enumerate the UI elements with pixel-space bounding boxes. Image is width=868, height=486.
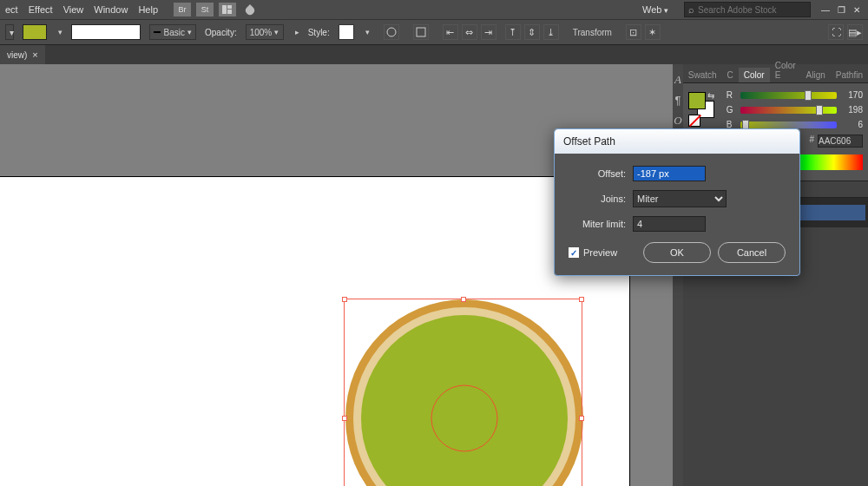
expand-icon[interactable]: ⛶ [828,24,844,40]
r-slider[interactable] [740,92,837,99]
menu-item[interactable]: Help [138,4,158,15]
tab-align[interactable]: Align [801,68,831,82]
window-minimize-icon[interactable]: — [819,3,832,16]
recolor-icon[interactable] [384,24,399,40]
document-tab-label: view) [7,50,27,60]
character-panel-icon[interactable]: A [674,73,681,87]
stroke-preview[interactable] [71,24,141,40]
g-label: G [727,105,735,115]
transform-label[interactable]: Transform [568,24,617,40]
b-slider[interactable] [740,122,837,128]
joins-label: Joins: [569,194,626,204]
svg-rect-5 [417,28,425,36]
fill-swatch[interactable] [23,24,47,40]
chevron-right-icon: ▸ [295,28,299,36]
offset-path-dialog: Offset Path Offset: Joins: Miter Miter l… [554,128,800,276]
panel-toggle-icon[interactable]: ▤▸ [847,24,863,40]
align-top-icon[interactable]: ⤒ [505,24,521,40]
fill-stroke-indicator[interactable]: ⇆ [688,92,714,118]
menu-item[interactable]: Effect [29,4,53,15]
cancel-button[interactable]: Cancel [718,242,786,263]
stock-search-input[interactable] [698,5,800,15]
crop-icon[interactable]: ✶ [645,24,661,40]
arrange-documents-icon[interactable] [219,3,236,16]
tab-color[interactable]: Color [739,68,770,82]
panel-tabs: Swatch C Color Color E Align Pathfin [683,64,868,83]
offset-field[interactable] [633,166,706,181]
graphic-style[interactable] [339,24,354,40]
stock-search[interactable]: ⌕ [684,2,811,17]
stroke-profile[interactable]: Basic▾ [149,24,196,40]
document-tab[interactable]: view) × [0,45,45,64]
b-value[interactable]: 6 [842,120,863,129]
r-label: R [727,90,735,100]
dialog-title[interactable]: Offset Path [555,129,799,154]
preview-checkbox[interactable]: ✓ Preview [569,247,617,258]
stock-icon[interactable]: St [196,3,214,16]
tab-swatches[interactable]: Swatch [683,68,722,82]
menu-bar: ect Effect View Window Help Br St Web ⌕ … [0,0,868,19]
bridge-icon[interactable]: Br [174,3,191,16]
align-right-icon[interactable]: ⇥ [481,24,496,40]
miter-limit-label: Miter limit: [569,219,626,229]
checkbox-checked-icon: ✓ [569,247,579,258]
menu-item[interactable]: ect [5,4,18,15]
offset-label: Offset: [569,168,626,179]
menu-item[interactable]: View [63,4,84,15]
gpu-icon[interactable] [241,3,259,16]
tab-pathfinder[interactable]: Pathfin [831,68,868,82]
artwork [0,177,629,486]
search-icon: ⌕ [688,4,694,15]
isolate-icon[interactable]: ⊡ [626,24,641,40]
opacity-label: Opacity: [205,28,237,37]
joins-select[interactable]: Miter [633,190,727,207]
align-left-icon[interactable]: ⇤ [443,24,458,40]
close-tab-icon[interactable]: × [32,49,37,60]
document-tabs: view) × [0,45,868,64]
preview-label: Preview [583,247,617,258]
none-swatch-icon[interactable] [688,115,700,127]
hex-prefix: # [809,135,814,148]
window-close-icon[interactable]: ✕ [851,3,863,16]
control-bar: ▾ ▾ Basic▾ Opacity: 100%▾ ▸ Style: ▾ ⇤ ⇔… [0,19,868,45]
artboard [0,177,629,486]
svg-rect-2 [227,10,232,14]
doc-setup-icon[interactable] [413,24,429,40]
no-selection-icon[interactable]: ▾ [5,24,14,40]
svg-point-4 [387,28,396,36]
fill-swatch[interactable] [688,92,706,109]
paragraph-panel-icon[interactable]: ¶ [674,94,681,107]
workspace-switcher[interactable]: Web [635,3,675,16]
svg-rect-1 [227,5,232,9]
menu-item[interactable]: Window [94,4,128,15]
align-bottom-icon[interactable]: ⤓ [543,24,559,40]
svg-rect-0 [222,5,227,14]
chevron-down-icon: ▾ [58,28,62,36]
align-vcenter-icon[interactable]: ⇕ [524,24,540,40]
tab-color-guide[interactable]: Color E [770,58,801,82]
window-restore-icon[interactable]: ❐ [835,3,847,16]
tab-c[interactable]: C [722,68,739,82]
style-label: Style: [308,28,330,37]
g-value[interactable]: 198 [842,105,863,115]
g-slider[interactable] [740,107,837,114]
align-hcenter-icon[interactable]: ⇔ [462,24,477,40]
opacity-field[interactable]: 100%▾ [246,24,284,40]
opentype-panel-icon[interactable]: O [674,114,681,128]
miter-limit-field[interactable] [633,216,706,232]
r-value[interactable]: 170 [842,90,863,100]
ok-button[interactable]: OK [643,242,711,263]
hex-field[interactable] [818,135,863,148]
